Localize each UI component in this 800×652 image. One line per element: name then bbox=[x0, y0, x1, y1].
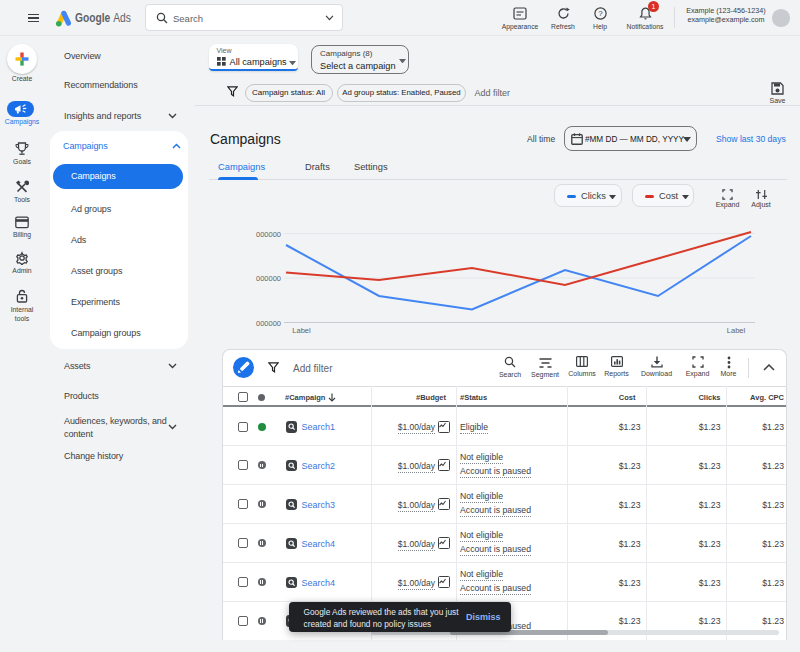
svg-text:000000: 000000 bbox=[256, 274, 281, 283]
svg-text:Label: Label bbox=[292, 326, 311, 335]
svg-text:000000: 000000 bbox=[256, 230, 281, 239]
svg-text:000000: 000000 bbox=[256, 319, 281, 328]
svg-text:?: ? bbox=[598, 9, 603, 18]
svg-text:Label: Label bbox=[727, 326, 746, 335]
